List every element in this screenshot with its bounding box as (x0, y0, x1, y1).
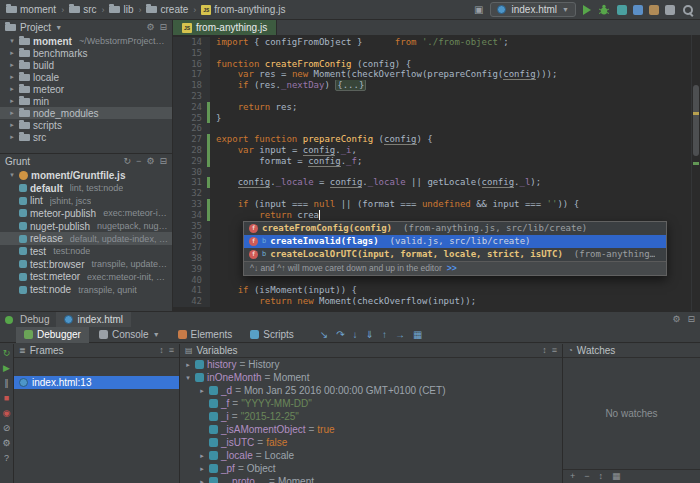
restore-layout-icon[interactable] (633, 5, 643, 15)
chevron-right-icon[interactable]: ▸ (198, 478, 206, 483)
change-stripe-mark[interactable] (693, 162, 699, 165)
hide-icon[interactable]: ⊟ (159, 23, 167, 32)
remove-icon[interactable]: − (584, 472, 589, 481)
warning-stripe-mark[interactable] (693, 112, 699, 115)
code-line-34[interactable]: 34 return crea (173, 210, 700, 221)
coverage-icon[interactable] (617, 5, 627, 15)
tool-windows-icon[interactable]: ▣ (474, 5, 483, 15)
menu-icon[interactable]: ≡ (552, 346, 557, 355)
settings-icon[interactable]: ⚙ (672, 315, 680, 324)
show-execution-point-icon[interactable]: ↘ (320, 330, 328, 340)
step-out-icon[interactable]: ↑ (382, 330, 387, 340)
grunt-task-meteor-publish[interactable]: meteor-publishexec:meteor-init, exec:m (0, 207, 172, 220)
grunt-root[interactable]: ▾moment/Gruntfile.js (0, 169, 172, 182)
remove-icon[interactable]: − (136, 157, 141, 166)
help-icon[interactable]: ? (4, 454, 9, 463)
code-line-41[interactable]: 41 if (isMoment(input)) { (173, 285, 700, 296)
chevron-right-icon[interactable]: ▸ (198, 387, 206, 395)
grunt-task-lint[interactable]: lintjshint, jscs (0, 194, 172, 207)
sort-icon[interactable]: ↕ (599, 472, 604, 481)
code-line-42[interactable]: 42 return new Moment(checkOverflow(input… (173, 296, 700, 307)
code-line-27[interactable]: 27export function prepareConfig (config)… (173, 134, 700, 145)
code-line-28[interactable]: 28 var input = config._i, (173, 145, 700, 156)
updates-icon[interactable] (649, 5, 659, 15)
completion-item[interactable]: fbcreateInvalid(flags)(valid.js, src/lib… (244, 235, 666, 248)
project-item-meteor[interactable]: ▸meteor (0, 83, 172, 95)
settings-icon[interactable]: ⚙ (2, 439, 10, 448)
grunt-task-test-meteor[interactable]: test:meteorexec:meteor-init, exec (0, 271, 172, 284)
run-button[interactable] (583, 5, 591, 15)
settings-icon[interactable]: ⚙ (146, 23, 154, 32)
view-breakpoints-icon[interactable]: ◉ (3, 409, 11, 418)
debug-button[interactable] (598, 4, 610, 15)
completion-more-link[interactable]: >> (447, 263, 457, 274)
scrollbar-thumb[interactable] (693, 85, 699, 157)
chevron-down-icon[interactable]: ▾ (184, 374, 192, 382)
chevron-right-icon[interactable]: ▸ (198, 465, 206, 473)
stop-icon[interactable] (665, 5, 675, 15)
evaluate-expression-icon[interactable]: ▦ (413, 330, 422, 340)
grunt-task-test-browser[interactable]: test:browsertranspile, update-ind (0, 258, 172, 271)
settings-icon[interactable]: ⚙ (146, 157, 154, 166)
code-line-25[interactable]: 25} (173, 113, 700, 124)
project-root[interactable]: ▾moment~/WebstormProjects/mom (0, 35, 172, 47)
breadcrumb-item-src[interactable]: src (69, 4, 96, 15)
code-line-32[interactable]: 32 (173, 188, 700, 199)
tab-scripts[interactable]: Scripts (242, 327, 302, 343)
grunt-task-test-node[interactable]: test:nodetranspile, qunit (0, 283, 172, 296)
step-over-icon[interactable]: ↷ (336, 330, 344, 340)
run-to-cursor-icon[interactable]: → (395, 330, 405, 340)
sort-icon[interactable]: ↕ (159, 346, 164, 355)
step-into-icon[interactable]: ↓ (353, 330, 358, 340)
code-line-26[interactable]: 26 (173, 123, 700, 134)
code-line-40[interactable]: 40 (173, 275, 700, 286)
hide-icon[interactable]: ⊟ (159, 157, 167, 166)
project-item-node_modules[interactable]: ▸node_modules (0, 107, 172, 119)
breadcrumb-item-create[interactable]: create (146, 4, 188, 15)
tab-elements[interactable]: Elements (170, 327, 241, 343)
project-item-build[interactable]: ▸build (0, 59, 172, 71)
sort-icon[interactable]: ↕ (542, 346, 547, 355)
debug-session-tab[interactable]: index.html (56, 312, 131, 327)
project-item-scripts[interactable]: ▸scripts (0, 119, 172, 131)
project-item-src[interactable]: ▸src (0, 131, 172, 143)
code-line-15[interactable]: 15 (173, 48, 700, 59)
code-line-33[interactable]: 33 if (input === null || (format === und… (173, 199, 700, 210)
grunt-task-release[interactable]: releasedefault, update-index, con (0, 232, 172, 245)
breadcrumb-item-from-anything-js[interactable]: JSfrom-anything.js (201, 4, 285, 15)
code-line-24[interactable]: 24 return res; (173, 102, 700, 113)
code-line-30[interactable]: 30 (173, 167, 700, 178)
refresh-icon[interactable]: ↻ (124, 157, 132, 166)
variable-row--i[interactable]: _i="2015-12-25" (180, 410, 562, 423)
editor-scrollbar[interactable] (691, 35, 700, 311)
variable-row-history[interactable]: ▸history=History (180, 358, 562, 371)
grunt-task-test[interactable]: testtest:node (0, 245, 172, 258)
tab-from-anything-js[interactable]: JS from-anything.js (173, 20, 277, 35)
completion-item[interactable]: fbcreateLocalOrUTC(input, format, locale… (244, 248, 666, 261)
variable-row--isAMomentObject[interactable]: _isAMomentObject=true (180, 423, 562, 436)
grunt-task-default[interactable]: defaultlint, test:node (0, 182, 172, 195)
project-item-min[interactable]: ▸min (0, 95, 172, 107)
variable-row--locale[interactable]: ▸_locale=Locale (180, 449, 562, 462)
code-line-29[interactable]: 29 format = config._f; (173, 156, 700, 167)
pause-icon[interactable]: ∥ (4, 379, 9, 388)
frame-row[interactable]: index.html:13 (14, 376, 179, 389)
project-item-benchmarks[interactable]: ▸benchmarks (0, 47, 172, 59)
tab-debugger[interactable]: Debugger (16, 327, 89, 343)
code-line-31[interactable]: 31 config._locale = config._locale || ge… (173, 177, 700, 188)
hide-icon[interactable]: ⊟ (687, 315, 695, 324)
stop-icon[interactable]: ■ (4, 394, 9, 403)
tab-console[interactable]: Console▼ (91, 327, 168, 343)
resume-icon[interactable]: ▶ (3, 364, 10, 373)
rerun-icon[interactable]: ↻ (3, 349, 11, 358)
variable-row--pf[interactable]: ▸_pf=Object (180, 462, 562, 475)
breadcrumb-item-moment[interactable]: moment (6, 4, 56, 15)
search-icon[interactable] (682, 4, 694, 16)
variable-row--f[interactable]: _f="YYYY-MM-DD" (180, 397, 562, 410)
add-icon[interactable]: + (570, 472, 575, 481)
code-line-18[interactable]: 18 if (res._nextDay) {...} (173, 80, 700, 91)
chevron-right-icon[interactable]: ▸ (184, 361, 192, 369)
variable-row-inOneMonth[interactable]: ▾inOneMonth=Moment (180, 371, 562, 384)
code-editor[interactable]: 14import { configFromObject } from './fr… (173, 35, 700, 311)
grid-icon[interactable]: ▦ (612, 472, 621, 481)
